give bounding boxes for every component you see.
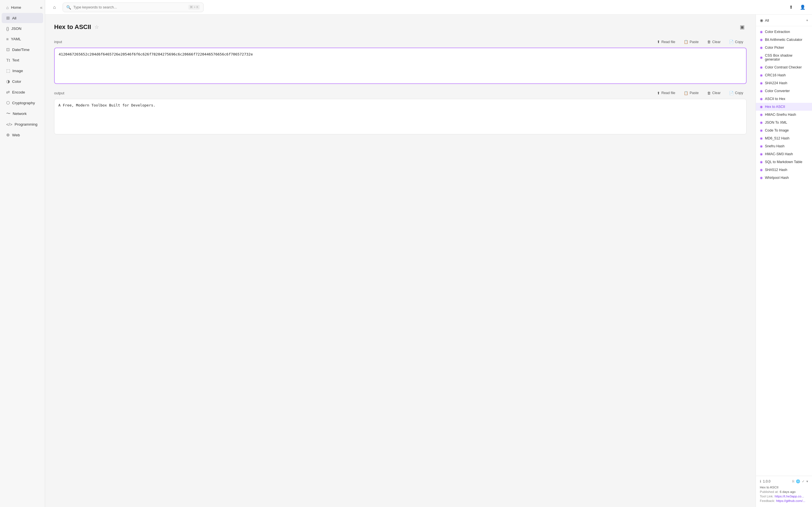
right-sidebar-item-snefru-hash[interactable]: ◉Snefru Hash: [756, 142, 812, 150]
right-sidebar-item-color-contrast-checker[interactable]: ◉Color Contrast Checker: [756, 63, 812, 71]
published-label: Published at:: [760, 490, 779, 494]
right-item-label: Bit Arithmetic Calculator: [765, 38, 802, 42]
sidebar-item-text[interactable]: Tt Text: [2, 55, 43, 65]
right-item-label: Color Extraction: [765, 30, 790, 34]
right-sidebar-item-color-picker[interactable]: ◉Color Picker: [756, 44, 812, 52]
input-textarea[interactable]: 4120467265652c204d6f6465726e20546f6f6c62…: [55, 48, 746, 82]
sidebar-item-programming[interactable]: </> Programming: [2, 119, 43, 129]
sidebar-collapse-button[interactable]: «: [40, 5, 43, 10]
share-button[interactable]: ⬆: [786, 3, 796, 12]
right-item-label: Color Converter: [765, 89, 790, 93]
input-copy-button[interactable]: 📄 Copy: [726, 38, 747, 45]
info-icon: ℹ: [760, 480, 761, 483]
right-item-icon: ◉: [760, 176, 763, 180]
sidebar-item-web-label: Web: [12, 133, 20, 137]
right-sidebar-item-whirlpool-hash[interactable]: ◉Whirlpool Hash: [756, 174, 812, 182]
right-sidebar-item-sha512-hash[interactable]: ◉SHA512 Hash: [756, 166, 812, 174]
main-wrapper: ⌂ 🔍 ⌘ + K ⬆ 👤 Hex to ASCII ☆ ▣: [45, 0, 812, 507]
right-item-icon: ◉: [760, 81, 763, 85]
profile-button[interactable]: 👤: [798, 3, 808, 12]
topbar-home-button[interactable]: ⌂: [50, 3, 59, 12]
output-textarea-wrapper: A Free, Modern Toolbox Built for Develop…: [54, 99, 747, 135]
right-item-label: SHA224 Hash: [765, 81, 787, 85]
sidebar-item-all[interactable]: ⊞ All: [2, 13, 43, 23]
right-sidebar-item-hmac-snefru-hash[interactable]: ◉HMAC-Snefru Hash: [756, 111, 812, 119]
input-clear-button[interactable]: 🗑 Clear: [704, 38, 724, 45]
output-read-file-button[interactable]: ⬆ Read file: [654, 90, 679, 97]
search-box[interactable]: 🔍 ⌘ + K: [63, 3, 204, 12]
encode-icon: ⇄: [6, 90, 10, 95]
footer-tool-link: Tool Link: https://t.he3app.co...: [760, 495, 808, 498]
right-item-icon: ◉: [760, 168, 763, 172]
right-item-label: Snefru Hash: [765, 144, 784, 148]
right-sidebar-footer: ℹ 1.0.0 ⎘ 🌐 ✓ ▾ Hex to ASCII Published a…: [756, 476, 812, 507]
sidebar-item-json[interactable]: {} JSON: [2, 24, 43, 34]
right-sidebar-item-bit-arithmetic-calculator[interactable]: ◉Bit Arithmetic Calculator: [756, 36, 812, 44]
footer-chevron-icon[interactable]: ▾: [806, 480, 808, 483]
sidebar-item-image-label: Image: [12, 69, 23, 73]
right-item-icon: ◉: [760, 38, 763, 42]
home-icon: ⌂: [6, 5, 9, 10]
text-icon: Tt: [6, 58, 10, 62]
footer-version-row: ℹ 1.0.0 ⎘ 🌐 ✓ ▾: [760, 480, 808, 483]
programming-icon: </>: [6, 122, 12, 127]
right-sidebar-item-json-to-xml[interactable]: ◉JSON To XML: [756, 119, 812, 126]
feedback-url[interactable]: https://github.com/...: [776, 499, 806, 503]
cryptography-icon: ⬡: [6, 100, 10, 105]
right-item-label: ASCII to Hex: [765, 97, 785, 101]
right-sidebar-item-crc16-hash[interactable]: ◉CRC16 Hash: [756, 71, 812, 79]
output-read-file-label: Read file: [661, 91, 675, 95]
footer-version-icons: ⎘ 🌐 ✓ ▾: [792, 480, 808, 483]
right-sidebar-list: ◉Color Extraction◉Bit Arithmetic Calcula…: [756, 26, 812, 476]
layout-toggle-button[interactable]: ▣: [738, 22, 747, 32]
sidebar-item-yaml-label: YAML: [11, 37, 21, 41]
sidebar-item-image[interactable]: ⬚ Image: [2, 66, 43, 76]
page-header: Hex to ASCII ☆ ▣: [54, 22, 747, 32]
sidebar-item-home-label: Home: [11, 5, 21, 10]
globe-icon[interactable]: 🌐: [796, 480, 800, 483]
sidebar-item-encode[interactable]: ⇄ Encode: [2, 87, 43, 97]
color-icon: ◑: [6, 79, 10, 84]
input-read-file-button[interactable]: ⬆ Read file: [654, 38, 679, 45]
right-sidebar-item-hmac-sm3-hash[interactable]: ◉HMAC-SM3 Hash: [756, 150, 812, 158]
sidebar-item-text-label: Text: [12, 58, 19, 62]
right-sidebar-item-color-converter[interactable]: ◉Color Converter: [756, 87, 812, 95]
sidebar-item-web[interactable]: ⊕ Web: [2, 130, 43, 140]
output-actions: ⬆ Read file 📋 Paste 🗑 Clear 📄: [654, 90, 747, 97]
right-sidebar-item-sha224-hash[interactable]: ◉SHA224 Hash: [756, 79, 812, 87]
sidebar-item-network[interactable]: 〜 Network: [2, 108, 43, 119]
right-sidebar-item-md6-512-hash[interactable]: ◉MD6_512 Hash: [756, 134, 812, 142]
right-sidebar-item-ascii-to-hex[interactable]: ◉ASCII to Hex: [756, 95, 812, 103]
filter-dropdown[interactable]: All ▾: [765, 18, 808, 22]
right-sidebar-item-css-box-shadow-generator[interactable]: ◉CSS Box shadow generator: [756, 52, 812, 63]
sidebar-item-datetime[interactable]: ⊡ Date/Time: [2, 45, 43, 55]
output-clear-button[interactable]: 🗑 Clear: [704, 90, 724, 97]
sidebar-item-yaml[interactable]: ≡ YAML: [2, 34, 43, 44]
input-paste-button[interactable]: 📋 Paste: [680, 38, 702, 45]
right-sidebar-item-code-to-image[interactable]: ◉Code To Image: [756, 126, 812, 134]
output-copy-button[interactable]: 📄 Copy: [726, 90, 747, 97]
sidebar-item-cryptography[interactable]: ⬡ Cryptography: [2, 98, 43, 108]
output-paste-button[interactable]: 📋 Paste: [680, 90, 702, 97]
search-input[interactable]: [73, 5, 186, 9]
sidebar-item-color[interactable]: ◑ Color: [2, 76, 43, 87]
right-sidebar-item-sql-to-markdown-table[interactable]: ◉SQL to Markdown Table: [756, 158, 812, 166]
footer-tool-title: Hex to ASCII: [760, 486, 808, 489]
right-sidebar-item-color-extraction[interactable]: ◉Color Extraction: [756, 28, 812, 36]
right-sidebar-item-hex-to-ascii[interactable]: ◉Hex to ASCII: [756, 103, 812, 111]
right-item-icon: ◉: [760, 160, 763, 164]
network-icon: 〜: [6, 111, 10, 116]
filter-icon: ◉: [760, 18, 763, 22]
filter-label: All: [765, 18, 769, 22]
right-item-icon: ◉: [760, 144, 763, 148]
favorite-button[interactable]: ☆: [94, 24, 99, 30]
right-item-label: MD6_512 Hash: [765, 136, 790, 140]
footer-published: Published at: 6 days ago: [760, 490, 808, 494]
copy-version-icon[interactable]: ⎘: [792, 480, 794, 483]
tool-link-url[interactable]: https://t.he3app.co...: [775, 495, 804, 498]
output-clear-icon: 🗑: [707, 91, 711, 95]
output-textarea[interactable]: A Free, Modern Toolbox Built for Develop…: [54, 99, 746, 133]
output-paste-icon: 📋: [684, 91, 688, 95]
topbar-right-actions: ⬆ 👤: [786, 3, 808, 12]
sidebar-item-home[interactable]: ⌂ Home: [2, 3, 43, 12]
